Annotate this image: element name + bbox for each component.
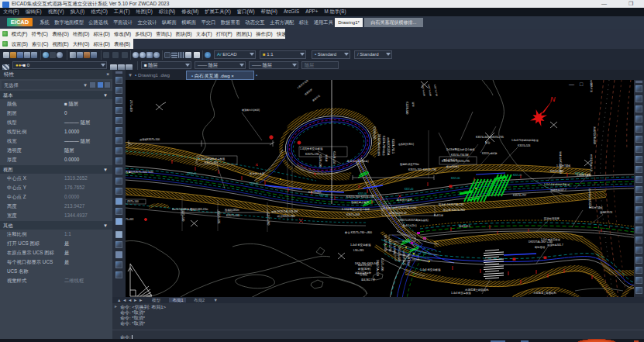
svg-text:K357+00: K357+00 [250, 182, 259, 185]
svg-text:K357+00: K357+00 [188, 172, 197, 175]
svg-text:K3575+058: K3575+058 [346, 213, 360, 216]
svg-text:终点K3575+960: 终点K3575+960 [277, 215, 295, 218]
svg-text:改线 DK3575A+243.498: 改线 DK3575A+243.498 [271, 210, 298, 213]
svg-text:坡顶截水沟(浆砌): 坡顶截水沟(浆砌) [241, 109, 260, 112]
svg-text:水泥混凝土路面结构: 水泥混凝土路面结构 [533, 291, 556, 295]
svg-text:75+463: 75+463 [126, 218, 133, 221]
svg-text:K3574+250: K3574+250 [332, 151, 336, 164]
svg-text:桥台尾 K3574+960: 桥台尾 K3574+960 [443, 209, 465, 212]
svg-text:高程342.5: 高程342.5 [459, 225, 470, 228]
svg-text:改线段285m: 改线段285m [225, 208, 239, 212]
svg-text:DK3575A+综合里程: DK3575A+综合里程 [377, 134, 381, 157]
svg-text:1-7x5.4米钢筋砼盖板涵: 1-7x5.4米钢筋砼盖板涵 [544, 183, 570, 186]
svg-text:—: — [569, 81, 574, 87]
svg-text:改线段DK3575A: 改线段DK3575A [387, 137, 390, 156]
svg-text:L90+265: L90+265 [353, 249, 363, 252]
svg-text:K3574+660: K3574+660 [421, 84, 426, 96]
svg-text:K357+00: K357+00 [319, 194, 329, 197]
svg-text:支线K3574+860: 支线K3574+860 [593, 126, 596, 144]
svg-text:K3574+640: K3574+640 [405, 102, 408, 115]
svg-text:涵底标高347.7: 涵底标高347.7 [550, 188, 567, 192]
svg-text:路基挡墙段: 路基挡墙段 [393, 243, 396, 256]
svg-text:DK3+760~DK3+940: DK3+760~DK3+940 [355, 262, 379, 265]
svg-text:K3574+735~K3574+795: K3574+735~K3574+795 [442, 160, 470, 163]
svg-text:改建段K3575+500~K35: 改建段K3575+500~K35 [126, 170, 153, 174]
svg-text:K3574+705~K3574+790: K3574+705~K3574+790 [408, 168, 436, 171]
svg-text:改移机耕道770m: 改移机耕道770m [400, 162, 419, 166]
svg-text:支线桥: 支线桥 [325, 154, 328, 162]
svg-text:K357+00: K357+00 [405, 188, 414, 191]
svg-text:坡面防护: 坡面防护 [303, 88, 313, 96]
svg-text:改移机耕道K3574: 改移机耕道K3574 [588, 188, 591, 208]
svg-text:K3574+680: K3574+680 [427, 84, 432, 96]
svg-text:1-3x2.5米钢筋砼盖板涵: 1-3x2.5米钢筋砼盖板涵 [198, 157, 226, 161]
svg-text:1-4x3 斜交盖板涵: 1-4x3 斜交盖板涵 [451, 292, 471, 295]
svg-text:□: □ [580, 81, 584, 87]
svg-text:B=8.5米: B=8.5米 [434, 214, 444, 217]
svg-text:2x13米预应力砼空心板桥: 2x13米预应力砼空心板桥 [446, 147, 476, 151]
svg-text:K3574+781.5: K3574+781.5 [391, 139, 394, 154]
svg-text:高4,362.7米: 高4,362.7米 [361, 278, 376, 282]
svg-text:路基(30米): 路基(30米) [358, 268, 370, 271]
svg-text:桥台: 桥台 [484, 141, 491, 144]
svg-text:N: N [550, 95, 556, 103]
svg-text:路基设计高程 DK3575A+0.000: 路基设计高程 DK3575A+0.000 [383, 206, 417, 209]
svg-text:匝道路基设计高: 匝道路基设计高 [590, 154, 593, 171]
svg-text:K3575+760: K3575+760 [388, 239, 391, 252]
svg-text:1-30米T梁桥: 1-30米T梁桥 [577, 173, 592, 177]
svg-text:K3574+560: K3574+560 [373, 126, 376, 140]
svg-text:1-6x4.75米钢筋砼盖板涵: 1-6x4.75米钢筋砼盖板涵 [511, 139, 539, 142]
svg-text:K3574+645~K3574+735: K3574+645~K3574+735 [476, 136, 504, 139]
svg-text:K3575+463: K3575+463 [205, 161, 218, 164]
svg-text:DK3575A+060: DK3575A+060 [384, 235, 387, 251]
svg-text:B=4.5米(3米): B=4.5米(3米) [403, 224, 417, 227]
svg-text:K3574+734.5M: K3574+734.5M [451, 154, 469, 157]
svg-text:=K3574+635.49: =K3574+635.49 [389, 212, 407, 215]
svg-text:2-13米预应力砼空心板桥: 2-13米预应力砼空心板桥 [342, 207, 370, 211]
svg-text:K3574+300: K3574+300 [319, 154, 322, 168]
svg-text:桥台 K3575+760~+800: 桥台 K3575+760~+800 [344, 231, 372, 234]
svg-text:涵顶标高341.7: 涵顶标高341.7 [547, 244, 563, 247]
svg-text:改线段K3575: 改线段K3575 [402, 250, 405, 265]
svg-text:水泥混凝土路面结构: 水泥混凝土路面结构 [465, 288, 489, 292]
svg-text:1-4(3)米斜交盖板涵: 1-4(3)米斜交盖板涵 [300, 147, 323, 150]
svg-text:K3575+960: K3575+960 [267, 212, 270, 226]
svg-text:K3575+900: K3575+900 [381, 258, 384, 271]
svg-text:1-30米T梁桥: 1-30米T梁桥 [556, 164, 571, 168]
svg-text:K357+00: K357+00 [358, 192, 367, 195]
svg-text:浆砌片石: 浆砌片石 [312, 94, 321, 102]
svg-text:改线段起点桩号: 改线段起点桩号 [351, 200, 370, 204]
svg-text:K3574+760水准点: K3574+760水准点 [382, 136, 385, 157]
svg-text:路堑挡墙: 路堑挡墙 [535, 246, 546, 249]
svg-text:匝道超高渐变: 匝道超高渐变 [544, 217, 560, 220]
svg-text:DK3575+880: DK3575+880 [398, 247, 401, 261]
svg-text:ZK75+420: ZK75+420 [129, 100, 133, 112]
svg-text:DK3575-DK3575A(回头曲线): DK3575-DK3575A(回头曲线) [398, 219, 429, 222]
svg-text:DK3575A+180~+240: DK3575A+180~+240 [529, 240, 553, 244]
svg-text:涵洞K3574: 涵洞K3574 [600, 211, 612, 214]
svg-text:K3575+196: K3575+196 [305, 153, 319, 156]
svg-text:涵洞: 涵洞 [412, 102, 415, 106]
svg-text:路基设计高程: 路基设计高程 [397, 198, 412, 202]
svg-text:土质挖方边坡: 土质挖方边坡 [296, 80, 309, 90]
svg-text:1-4x3 斜交盖板涵: 1-4x3 斜交盖板涵 [350, 244, 371, 247]
svg-text:×: × [590, 81, 593, 87]
svg-text:路基设计高程(标高): 路基设计高程(标高) [347, 160, 369, 163]
svg-text:匝道桥 DK3575A+243: 匝道桥 DK3575A+243 [439, 203, 464, 206]
svg-text:K3575+310: K3575+310 [308, 191, 322, 194]
svg-text:K357+00: K357+00 [451, 177, 460, 180]
svg-text:K3574+968: K3574+968 [550, 170, 563, 173]
svg-text:改建段K3575+500: 改建段K3575+500 [139, 138, 160, 141]
svg-text:改线段(长度约): 改线段(长度约) [398, 143, 414, 146]
svg-text:K3574+700: K3574+700 [433, 84, 439, 96]
svg-text:ZK75+140: ZK75+140 [127, 200, 139, 203]
svg-text:路基设计高程: 路基设计高程 [250, 172, 265, 175]
svg-text:挡墙段: 挡墙段 [360, 273, 368, 276]
svg-text:K3574+526: K3574+526 [518, 144, 531, 147]
svg-text:K3574+760~K3574+781: K3574+760~K3574+781 [346, 195, 374, 199]
svg-text:K3574+797: K3574+797 [513, 194, 526, 197]
svg-text:1-4x3 斜交盖板涵: 1-4x3 斜交盖板涵 [420, 268, 441, 271]
